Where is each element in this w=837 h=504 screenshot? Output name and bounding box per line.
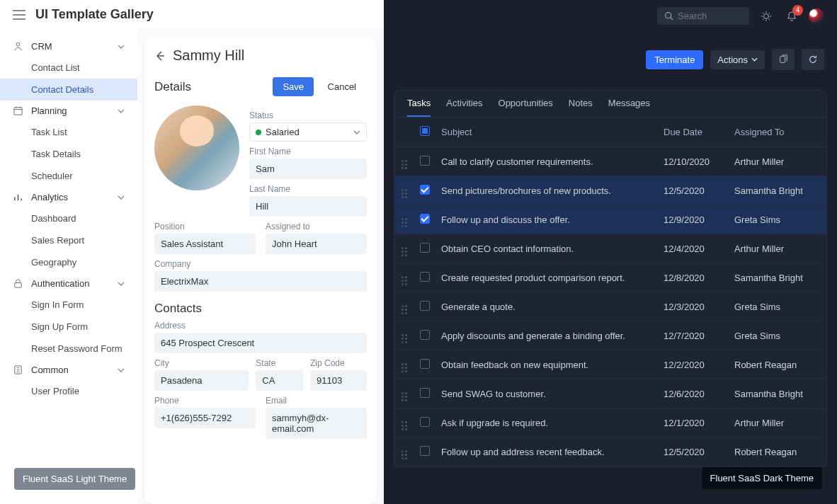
tab-messages[interactable]: Messages: [608, 93, 650, 117]
table-row[interactable]: Send pictures/brochures of new products.…: [394, 176, 826, 205]
user-avatar-icon[interactable]: [809, 8, 824, 24]
row-assigned: Samantha Bright: [734, 389, 819, 399]
row-due: 12/5/2020: [664, 185, 734, 196]
bars-icon: [13, 192, 24, 202]
cancel-button[interactable]: Cancel: [317, 76, 367, 97]
zip-field[interactable]: 91103: [310, 370, 367, 391]
drag-handle-icon[interactable]: [402, 357, 420, 372]
back-arrow-icon[interactable]: [154, 50, 166, 62]
row-checkbox[interactable]: [420, 330, 430, 340]
status-select[interactable]: Salaried: [249, 122, 367, 142]
row-checkbox[interactable]: [420, 156, 430, 166]
svg-rect-2: [15, 283, 21, 288]
notifications-icon[interactable]: 4: [783, 8, 800, 25]
sidebar-item-sales-report[interactable]: Sales Report: [0, 229, 137, 251]
actions-dropdown[interactable]: Actions: [710, 50, 765, 69]
city-field[interactable]: Pasadena: [154, 370, 249, 391]
drag-handle-icon[interactable]: [402, 212, 420, 227]
sidebar-group-crm[interactable]: CRM: [0, 36, 137, 57]
sidebar-item-reset-password-form[interactable]: Reset Password Form: [0, 338, 137, 360]
select-all-checkbox[interactable]: [420, 126, 430, 136]
row-checkbox[interactable]: [420, 243, 430, 253]
row-assigned: Greta Sims: [734, 302, 819, 312]
assigned-field[interactable]: John Heart: [266, 234, 367, 254]
search-input[interactable]: [678, 11, 741, 21]
save-button[interactable]: Save: [273, 77, 314, 96]
drag-handle-icon[interactable]: [402, 241, 420, 256]
sidebar-group-label: Planning: [31, 105, 67, 116]
email-field[interactable]: sammyh@dx-email.com: [266, 408, 367, 439]
table-row[interactable]: Obtain CEO contact information.12/4/2020…: [394, 234, 826, 263]
sidebar-group-planning[interactable]: Planning: [0, 101, 137, 121]
table-row[interactable]: Follow up and address recent feedback.12…: [394, 437, 826, 466]
tab-opportunities[interactable]: Opportunities: [499, 93, 553, 117]
column-assigned[interactable]: Assigned To: [734, 127, 819, 137]
table-row[interactable]: Create requested product comparison repo…: [394, 263, 826, 292]
sidebar-group-common[interactable]: Common: [0, 360, 137, 380]
table-row[interactable]: Follow up and discuss the offer.12/9/202…: [394, 205, 826, 234]
row-checkbox[interactable]: [420, 272, 430, 282]
copy-button[interactable]: [772, 49, 795, 70]
chevron-down-icon: [118, 45, 125, 49]
tab-tasks[interactable]: Tasks: [407, 93, 431, 117]
row-checkbox[interactable]: [420, 388, 430, 398]
sidebar-item-sign-up-form[interactable]: Sign Up Form: [0, 316, 137, 338]
table-row[interactable]: Generate a quote.12/3/2020Greta Sims: [394, 292, 826, 321]
address-field[interactable]: 645 Prospect Crescent: [154, 333, 367, 353]
light-theme-badge: Fluent SaaS Light Theme: [14, 468, 135, 490]
theme-toggle-icon[interactable]: [758, 8, 775, 25]
dark-theme-badge: Fluent SaaS Dark Theme: [701, 466, 823, 490]
table-row[interactable]: Obtain feedback on new equipment.12/2/20…: [394, 350, 826, 379]
sidebar-group-analytics[interactable]: Analytics: [0, 187, 137, 207]
position-field[interactable]: Sales Assistant: [154, 234, 256, 254]
first-name-field[interactable]: Sam: [249, 159, 367, 179]
row-checkbox[interactable]: [420, 301, 430, 311]
sidebar-item-dashboard[interactable]: Dashboard: [0, 207, 137, 229]
drag-handle-icon[interactable]: [402, 328, 420, 343]
details-section-title: Details: [154, 80, 191, 94]
phone-field[interactable]: +1(626)555-7292: [154, 408, 256, 428]
table-row[interactable]: Send SWAG to customer.12/6/2020Samantha …: [394, 379, 826, 408]
table-row[interactable]: Apply discounts and generate a binding o…: [394, 321, 826, 350]
drag-handle-icon[interactable]: [402, 386, 420, 401]
row-subject: Follow up and discuss the offer.: [441, 214, 664, 225]
menu-toggle-icon[interactable]: [13, 10, 25, 20]
last-name-field[interactable]: Hill: [249, 196, 367, 217]
terminate-button[interactable]: Terminate: [646, 50, 703, 69]
sidebar-item-sign-in-form[interactable]: Sign In Form: [0, 294, 137, 316]
sidebar-item-task-list[interactable]: Task List: [0, 121, 137, 143]
drag-handle-icon[interactable]: [402, 299, 420, 314]
row-checkbox[interactable]: [420, 185, 430, 195]
row-assigned: Arthur Miller: [734, 244, 819, 254]
search-box[interactable]: [657, 7, 749, 25]
table-row[interactable]: Call to clarify customer requirements.12…: [394, 147, 826, 176]
column-due[interactable]: Due Date: [664, 127, 734, 137]
sidebar-group-label: Analytics: [31, 192, 68, 202]
sidebar-item-user-profile[interactable]: User Profile: [0, 380, 137, 402]
drag-handle-icon[interactable]: [402, 183, 420, 198]
drag-handle-icon[interactable]: [402, 154, 420, 169]
refresh-button[interactable]: [802, 49, 824, 70]
company-field[interactable]: ElectrixMax: [154, 271, 367, 292]
sidebar-group-authentication[interactable]: Authentication: [0, 273, 137, 294]
tab-notes[interactable]: Notes: [569, 93, 593, 117]
sidebar-item-contact-details[interactable]: Contact Details: [0, 79, 137, 101]
row-checkbox[interactable]: [420, 214, 430, 224]
tab-activities[interactable]: Activities: [446, 93, 482, 117]
sidebar-item-scheduler[interactable]: Scheduler: [0, 165, 137, 187]
sidebar-item-geography[interactable]: Geography: [0, 251, 137, 273]
drag-handle-icon[interactable]: [402, 444, 420, 459]
notification-count-badge: 4: [792, 5, 803, 16]
row-subject: Apply discounts and generate a binding o…: [441, 331, 664, 341]
table-row[interactable]: Ask if upgrade is required.12/1/2020Arth…: [394, 408, 826, 437]
drag-handle-icon[interactable]: [402, 415, 420, 430]
row-checkbox[interactable]: [420, 417, 430, 427]
svg-rect-1: [14, 108, 22, 115]
column-subject[interactable]: Subject: [441, 127, 664, 137]
row-checkbox[interactable]: [420, 446, 430, 456]
drag-handle-icon[interactable]: [402, 270, 420, 285]
sidebar-item-contact-list[interactable]: Contact List: [0, 57, 137, 79]
row-checkbox[interactable]: [420, 359, 430, 369]
sidebar-item-task-details[interactable]: Task Details: [0, 143, 137, 165]
state-field[interactable]: CA: [256, 370, 303, 391]
